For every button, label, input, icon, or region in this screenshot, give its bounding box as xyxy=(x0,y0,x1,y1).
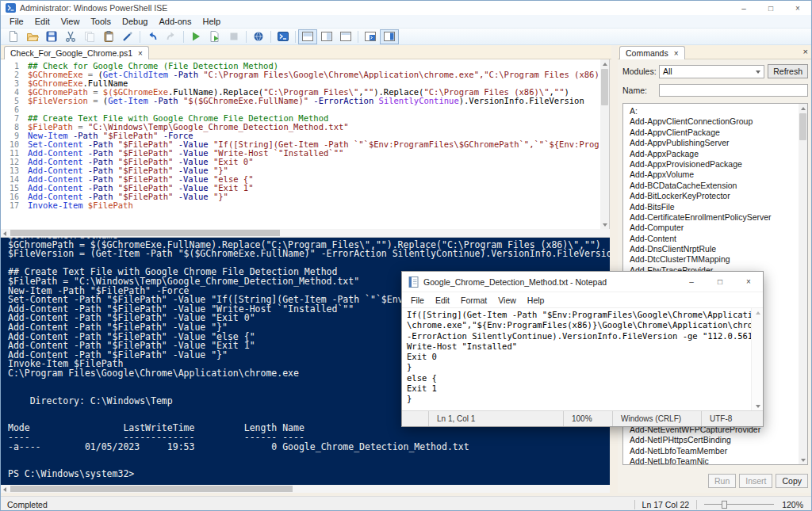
close-icon[interactable]: × xyxy=(784,1,811,15)
notepad-menu-item-view[interactable]: View xyxy=(492,296,522,305)
start-powershell-icon[interactable] xyxy=(274,29,293,44)
line-number: 17 xyxy=(1,201,25,210)
commands-vscroll-thumb[interactable] xyxy=(799,113,806,140)
line-number: 9 xyxy=(1,132,25,140)
scroll-up-icon[interactable] xyxy=(752,308,763,317)
command-item[interactable]: Add-CertificateEnrollmentPolicyServer xyxy=(623,212,807,223)
commands-panel-close-icon[interactable]: × xyxy=(803,47,808,56)
command-item[interactable]: Add-AppvClientPackage xyxy=(623,128,807,138)
command-item[interactable]: Add-BitLockerKeyProtector xyxy=(623,191,807,201)
notepad-title-bar[interactable]: Google_Chrome_Detection_Method.txt - Not… xyxy=(402,272,763,292)
command-item[interactable]: Add-BCDataCacheExtension xyxy=(623,181,807,191)
menu-item-debug[interactable]: Debug xyxy=(117,16,153,27)
close-icon[interactable]: × xyxy=(734,272,763,292)
divider xyxy=(696,500,697,509)
scroll-left-icon[interactable] xyxy=(1,486,9,492)
modules-label: Modules: xyxy=(622,67,659,76)
script-editor-pane[interactable]: 1234567891011121314151617 ## Check for G… xyxy=(1,59,610,229)
console-hscroll-thumb[interactable] xyxy=(10,486,293,492)
notepad-text-area[interactable]: If([String](Get-Item -Path "$Env:Program… xyxy=(402,308,763,410)
show-command-addon-icon[interactable] xyxy=(380,29,399,44)
menu-item-view[interactable]: View xyxy=(56,16,86,27)
new-script-icon[interactable] xyxy=(4,29,23,44)
line-number: 6 xyxy=(1,105,25,114)
command-item[interactable]: Add-AppxVolume xyxy=(623,170,807,180)
command-item[interactable]: Add-DnsClientNrptRule xyxy=(623,244,807,254)
save-icon[interactable] xyxy=(42,29,61,44)
line-number: 7 xyxy=(1,114,25,123)
command-item[interactable]: Add-AppvPublishingServer xyxy=(623,138,807,148)
commands-vertical-scrollbar[interactable] xyxy=(799,104,807,464)
menu-item-tools[interactable]: Tools xyxy=(85,16,117,27)
code-line: $FileVersion = (Get-Item -Path "$($GChro… xyxy=(28,97,599,105)
code-area[interactable]: ## Check for Google Chrome (File Detecti… xyxy=(28,62,599,210)
editor-hscroll-thumb[interactable] xyxy=(10,230,280,236)
editor-vscroll-thumb[interactable] xyxy=(601,69,608,105)
commands-tab-close-icon[interactable]: × xyxy=(674,49,679,58)
modules-dropdown[interactable]: All xyxy=(659,65,764,78)
run-script-icon[interactable] xyxy=(186,29,205,44)
maximize-icon[interactable]: □ xyxy=(757,1,784,15)
minimize-icon[interactable]: – xyxy=(730,1,757,15)
command-item[interactable]: Add-AppxProvisionedPackage xyxy=(623,159,807,170)
command-item[interactable]: Add-AppxPackage xyxy=(623,149,807,159)
scroll-down-icon[interactable] xyxy=(752,402,763,410)
toolbar-separator xyxy=(358,31,358,43)
clear-console-icon[interactable] xyxy=(118,29,137,44)
scroll-up-icon[interactable] xyxy=(799,104,807,112)
refresh-button[interactable]: Refresh xyxy=(768,64,808,78)
copy-button[interactable]: Copy xyxy=(776,474,808,488)
command-item[interactable]: Add-NetIPHttpsCertBinding xyxy=(623,435,807,445)
script-tab[interactable]: Check_For_Google_Chrome.ps1 × xyxy=(4,46,149,59)
command-item[interactable]: Add-AppvClientConnectionGroup xyxy=(623,116,807,127)
status-right: Ln 17 Col 22 120% xyxy=(627,500,811,509)
line-number: 11 xyxy=(1,149,25,158)
notepad-menu-item-file[interactable]: File xyxy=(405,296,430,305)
run-selection-icon[interactable] xyxy=(205,29,224,44)
title-bar: Administrator: Windows PowerShell ISE – … xyxy=(1,1,811,15)
notepad-vertical-scrollbar[interactable] xyxy=(751,308,763,410)
command-item[interactable]: Add-Computer xyxy=(623,223,807,233)
command-item[interactable]: Add-NetLbfoTeamMember xyxy=(623,446,807,456)
script-tab-close-icon[interactable]: × xyxy=(138,49,143,58)
command-item[interactable]: Add-Content xyxy=(623,234,807,244)
window-title: Administrator: Windows PowerShell ISE xyxy=(20,3,167,13)
scroll-left-icon[interactable] xyxy=(1,231,9,236)
minimize-icon[interactable]: – xyxy=(677,272,706,292)
name-input[interactable] xyxy=(659,84,808,97)
zoom-slider[interactable] xyxy=(704,500,774,509)
line-number: 5 xyxy=(1,97,25,105)
menu-item-edit[interactable]: Edit xyxy=(29,16,56,27)
command-item[interactable]: Add-NetLbfoTeamNic xyxy=(623,456,807,465)
show-script-pane-maximized-icon[interactable] xyxy=(336,29,355,44)
editor-horizontal-scrollbar[interactable] xyxy=(1,229,610,237)
scroll-down-icon[interactable] xyxy=(600,220,609,229)
menu-item-help[interactable]: Help xyxy=(197,16,226,27)
toolbar-separator xyxy=(270,31,271,43)
notepad-menu-item-format[interactable]: Format xyxy=(455,296,492,305)
console-horizontal-scrollbar[interactable] xyxy=(1,485,610,493)
open-script-icon[interactable] xyxy=(23,29,42,44)
scroll-down-icon[interactable] xyxy=(799,456,807,464)
show-script-pane-right-icon[interactable] xyxy=(317,29,336,44)
scroll-up-icon[interactable] xyxy=(600,59,609,68)
script-tab-label: Check_For_Google_Chrome.ps1 xyxy=(10,48,132,58)
menu-item-addons[interactable]: Add-ons xyxy=(153,16,197,27)
show-script-pane-top-icon[interactable] xyxy=(298,29,317,44)
notepad-menu-item-edit[interactable]: Edit xyxy=(430,296,455,305)
menu-item-file[interactable]: File xyxy=(4,16,29,27)
maximize-icon[interactable]: □ xyxy=(706,272,734,292)
new-powershell-tab-icon[interactable] xyxy=(361,29,380,44)
paste-icon[interactable] xyxy=(99,29,118,44)
command-item[interactable]: Add-DtcClusterTMMapping xyxy=(623,254,807,265)
new-remote-powershell-tab-icon[interactable] xyxy=(249,29,268,44)
command-item[interactable]: Add-BitsFile xyxy=(623,202,807,212)
undo-icon[interactable] xyxy=(143,29,162,44)
notepad-menu-item-help[interactable]: Help xyxy=(522,296,550,305)
editor-vertical-scrollbar[interactable] xyxy=(600,59,609,229)
zoom-slider-thumb[interactable] xyxy=(722,501,727,509)
notepad-window[interactable]: Google_Chrome_Detection_Method.txt - Not… xyxy=(401,271,764,427)
cut-icon[interactable] xyxy=(61,29,80,44)
command-item[interactable]: A: xyxy=(623,106,807,116)
commands-tab[interactable]: Commands × xyxy=(619,46,685,59)
